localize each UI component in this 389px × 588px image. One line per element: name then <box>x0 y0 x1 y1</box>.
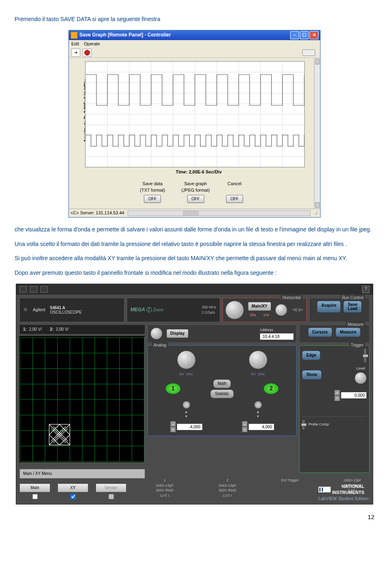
main-checkbox[interactable] <box>32 494 38 499</box>
zoom-label: Zoom <box>153 308 164 312</box>
hpos-knob[interactable] <box>275 304 287 316</box>
megazoom-box: MEGA Z Zoom 350 MHz 2 GSa/s <box>127 298 220 322</box>
help-icon[interactable]: ? <box>362 286 370 293</box>
vernier-button[interactable]: Vernier <box>96 483 126 492</box>
menu-title: Main / XY Menu <box>19 469 145 479</box>
run-button[interactable]: ➔ <box>71 49 80 57</box>
xy-button[interactable]: XY <box>58 483 88 492</box>
run-control-section: Run Control Acquire Save Load <box>309 298 370 322</box>
input-1-imp: 1MΩ≈13pF <box>156 483 174 488</box>
mainxy-button[interactable]: Main/XY <box>248 302 271 311</box>
save-jpeg-button[interactable]: OFF <box>187 195 204 203</box>
ch2-scale-knob[interactable] <box>249 351 267 369</box>
vertical-scrollbar[interactable] <box>314 58 320 209</box>
pause-icon[interactable] <box>41 286 48 293</box>
ext-trigger-label: Ext Trigger <box>281 478 299 483</box>
level-field[interactable] <box>341 392 367 399</box>
show-button[interactable]: Show <box>302 370 322 380</box>
resize-grip[interactable] <box>314 211 318 216</box>
waveform-chart <box>85 61 305 167</box>
ch2-pos-up[interactable]: ▴ <box>242 421 248 427</box>
oscilloscope-figure: ? ✳ Agilent 54641 A OSCILLOSCOPE MEG <box>15 284 374 505</box>
close-button[interactable]: ✕ <box>310 31 318 39</box>
ch1-2mv: 2mv <box>186 372 193 376</box>
ch1-pos-knob[interactable] <box>182 401 190 409</box>
ch1-pos-field[interactable] <box>177 423 203 430</box>
level-label: Level <box>355 366 367 371</box>
minimize-button[interactable]: – <box>290 31 299 39</box>
probe-comp-slider[interactable] <box>302 419 305 430</box>
model-number: 54641 A <box>50 306 65 310</box>
intensity-knob[interactable] <box>150 327 162 340</box>
cancel-label: Cancel <box>226 181 243 187</box>
time-50s: 50s <box>250 312 256 318</box>
ch2-button[interactable]: 2 <box>263 383 279 394</box>
probe-comp-label: Probe Comp <box>308 422 329 427</box>
ch2-pos-knob[interactable] <box>254 401 262 409</box>
intro-paragraph: Premendo il tasto SAVE DATA si apre la s… <box>15 15 374 24</box>
ch2-num: 2: <box>50 327 53 331</box>
ch1-num: 1: <box>23 327 27 331</box>
ch2-scale: 2,00 V/ <box>56 327 69 331</box>
save-txt-label: Save data <box>140 181 165 187</box>
statusbar: <C> Server: 131.114.53.44 <box>69 209 320 217</box>
edge-slider[interactable] <box>363 348 367 363</box>
brand-name: Agilent <box>33 307 45 313</box>
stop-button[interactable] <box>83 49 92 57</box>
time-1ns: 1ns <box>263 312 269 318</box>
edge-button[interactable]: Edge <box>302 351 321 360</box>
channel-header: 1: 2,00 V/ 2: 2,00 V/ <box>19 325 145 334</box>
run-control-label: Run Control <box>340 295 365 301</box>
display-button[interactable]: Display <box>167 329 188 338</box>
level-up[interactable]: ▴ <box>334 390 340 396</box>
ch1-scale: 2,00 V/ <box>29 327 42 331</box>
save-txt-button[interactable]: OFF <box>144 195 161 203</box>
address-field[interactable] <box>260 333 294 340</box>
window-title: Save Graph [Remote Panel] - Controller <box>79 32 290 38</box>
input-1-rms: 300V RMS <box>156 488 174 493</box>
model-sub: OSCILLOSCOPE <box>50 310 82 314</box>
main-button[interactable]: Main <box>19 483 50 492</box>
input-2-rms: 300V RMS <box>218 488 237 493</box>
menu-operate[interactable]: Operate <box>84 41 100 47</box>
measure-section: Measure Cursors Measure <box>299 325 370 343</box>
ch1-pos-down[interactable]: ▾ <box>170 427 176 432</box>
window-icon <box>71 32 78 39</box>
save-load-button[interactable]: Save Load <box>343 301 362 313</box>
save-graph-figure: Save Graph [Remote Panel] - Controller –… <box>15 30 374 218</box>
menu-edit[interactable]: Edit <box>71 41 79 47</box>
ch1-scale-knob[interactable] <box>177 351 196 369</box>
ch2-pos-field[interactable] <box>248 423 274 430</box>
level-knob[interactable] <box>355 372 367 384</box>
input-2-cat: CAT I <box>218 493 237 498</box>
svg-line-23 <box>316 213 318 215</box>
paragraph-5: Dopo aver premuto questo tasto il pannel… <box>15 269 374 277</box>
ch1-button[interactable]: 1 <box>165 383 181 394</box>
ni-mark-icon <box>318 487 331 492</box>
math-button[interactable]: Math <box>213 379 231 388</box>
run-icon[interactable] <box>19 286 27 293</box>
maximize-button[interactable]: ☐ <box>300 31 309 39</box>
timebase-knob[interactable] <box>225 301 244 319</box>
acquire-button[interactable]: Acquire <box>317 301 341 313</box>
hpos-right-icon[interactable] <box>298 308 304 312</box>
ch1-pos-up[interactable]: ▴ <box>170 421 176 427</box>
paragraph-2: che visualizza le forma d'onda e permett… <box>15 226 374 234</box>
ch2-pos-down[interactable]: ▾ <box>242 427 248 432</box>
paragraph-4: Si può inoltre accedere alla modalità XY… <box>15 254 374 263</box>
measure-button[interactable]: Measure <box>336 327 361 337</box>
level-down[interactable]: ▾ <box>334 396 340 401</box>
graph-body: Amplitude B: 2,00E+0 Volt/Div Amplitude … <box>69 58 314 209</box>
statistic-button[interactable]: Statistic <box>210 389 233 398</box>
input-2-imp: 1MΩ≈13pF <box>218 483 237 488</box>
hpos-left-icon[interactable] <box>291 308 297 312</box>
stop-icon[interactable] <box>30 286 37 293</box>
vernier-checkbox <box>109 494 114 499</box>
cancel-button[interactable]: OFF <box>226 195 243 203</box>
labview-edition: LabVIEW Student Edition <box>318 496 369 502</box>
ni-logo: NATIONALINSTRUMENTS LabVIEW Student Edit… <box>318 483 369 502</box>
x-axis-label: Time: 2,00E-6 Sec/Div <box>85 169 312 175</box>
horizontal-scrollbar[interactable] <box>128 210 310 216</box>
cursors-button[interactable]: Cursors <box>308 327 332 337</box>
xy-checkbox[interactable] <box>71 494 76 499</box>
